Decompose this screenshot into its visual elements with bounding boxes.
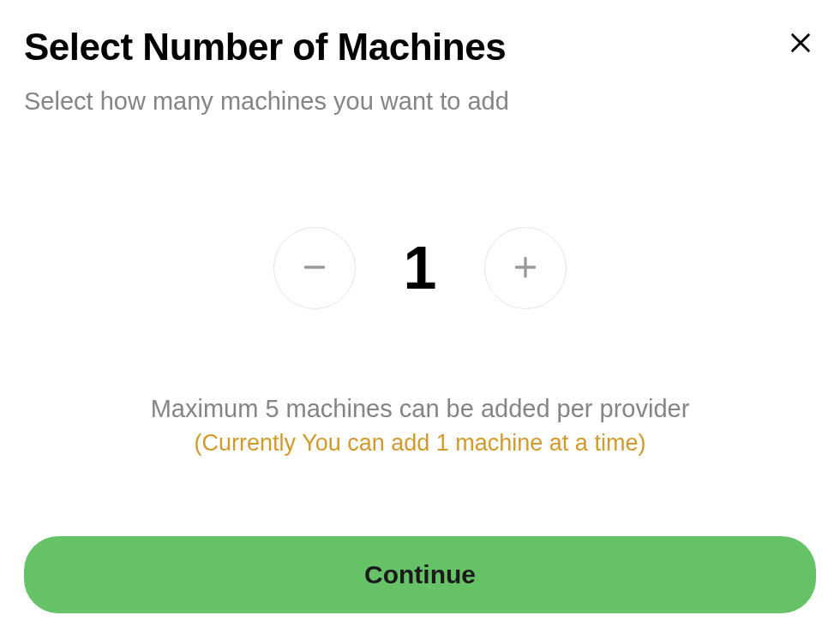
close-button[interactable]: [785, 27, 816, 61]
decrement-button[interactable]: [273, 227, 356, 309]
close-icon: [789, 31, 813, 57]
continue-button[interactable]: Continue: [24, 536, 816, 613]
dialog-title: Select Number of Machines: [24, 26, 506, 69]
quantity-value: 1: [399, 234, 441, 302]
current-limit-info: (Currently You can add 1 machine at a ti…: [24, 430, 816, 457]
dialog-header: Select Number of Machines: [24, 26, 816, 69]
quantity-stepper: 1: [24, 227, 816, 309]
minus-icon: [301, 254, 328, 284]
dialog-subtitle: Select how many machines you want to add: [24, 87, 816, 116]
increment-button[interactable]: [484, 227, 567, 309]
plus-icon: [512, 254, 539, 284]
info-section: Maximum 5 machines can be added per prov…: [24, 395, 816, 457]
max-machines-info: Maximum 5 machines can be added per prov…: [24, 395, 816, 423]
select-machines-dialog: Select Number of Machines Select how man…: [0, 0, 840, 639]
